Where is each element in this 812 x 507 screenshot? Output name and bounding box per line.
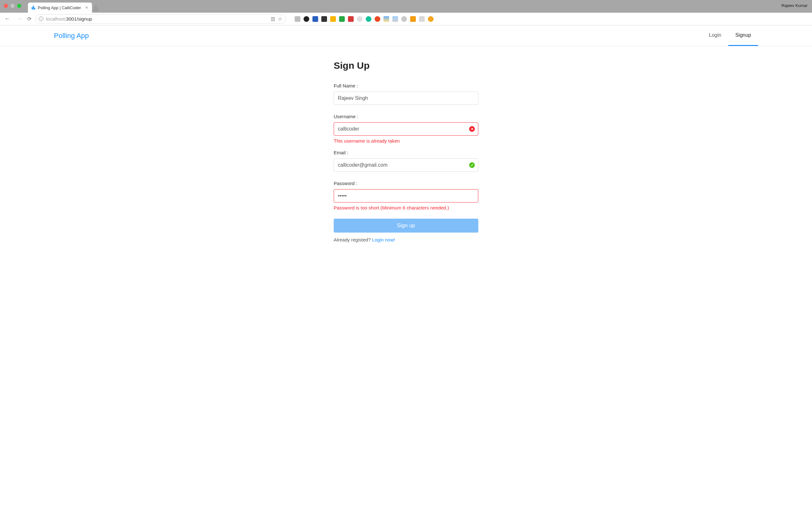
fullname-input-wrap — [334, 92, 478, 105]
extension-icon[interactable] — [428, 16, 434, 22]
nav-login[interactable]: Login — [702, 25, 728, 46]
extension-icon[interactable] — [374, 16, 380, 22]
extension-icon[interactable] — [366, 16, 371, 22]
extension-icon[interactable] — [419, 16, 425, 22]
url-path: :3001/signup — [65, 16, 92, 21]
success-icon: ✓ — [469, 162, 475, 168]
window-controls — [4, 4, 21, 8]
extension-icon[interactable] — [357, 16, 362, 22]
signup-button[interactable]: Sign up — [334, 219, 478, 233]
titlebar: Polling App | CalliCoder × Rajeev Kumar — [0, 0, 812, 13]
extensions-row — [295, 16, 434, 22]
address-bar[interactable]: i localhost:3001/signup ⚿ ☆ — [35, 14, 286, 24]
password-input-wrap — [334, 189, 478, 203]
site-info-icon[interactable]: i — [39, 16, 44, 21]
email-input[interactable] — [334, 159, 478, 171]
fullname-label: Full Name : — [334, 83, 478, 89]
browser-toolbar: ← → ⟳ i localhost:3001/signup ⚿ ☆ — [0, 13, 812, 25]
header-nav: Login Signup — [702, 25, 758, 46]
field-username: Username : ✕ This username is already ta… — [334, 114, 478, 144]
extension-icon[interactable] — [348, 16, 354, 22]
page-content: Sign Up Full Name : Username : ✕ This us… — [0, 46, 812, 242]
close-window-icon[interactable] — [4, 4, 8, 8]
browser-tab[interactable]: Polling App | CalliCoder × — [28, 3, 92, 13]
password-input[interactable] — [334, 189, 478, 202]
extension-icon[interactable] — [312, 16, 318, 22]
tab-title: Polling App | CalliCoder — [38, 5, 81, 10]
reload-button[interactable]: ⟳ — [27, 16, 32, 22]
email-input-wrap: ✓ — [334, 158, 478, 172]
bookmark-star-icon[interactable]: ☆ — [278, 16, 282, 22]
url-text: localhost:3001/signup — [46, 16, 268, 21]
nav-signup[interactable]: Signup — [728, 25, 758, 46]
browser-chrome: Polling App | CalliCoder × Rajeev Kumar … — [0, 0, 812, 25]
extension-icon[interactable] — [339, 16, 345, 22]
url-host: localhost — [46, 16, 65, 21]
extension-icon[interactable] — [384, 16, 389, 22]
field-email: Email : ✓ — [334, 150, 478, 172]
extension-icon[interactable] — [392, 16, 398, 22]
error-icon: ✕ — [469, 126, 475, 132]
username-label: Username : — [334, 114, 478, 119]
minimize-window-icon[interactable] — [10, 4, 14, 8]
email-label: Email : — [334, 150, 478, 155]
chrome-profile-name[interactable]: Rajeev Kumar — [781, 3, 808, 8]
extension-icon[interactable] — [330, 16, 336, 22]
page-title: Sign Up — [334, 60, 478, 71]
login-hint: Already registed? Login now! — [334, 237, 478, 242]
password-key-icon[interactable]: ⚿ — [271, 16, 275, 21]
password-error: Password is too short (Minimum 6 charact… — [334, 205, 478, 210]
username-error: This username is already taken — [334, 138, 478, 144]
extension-icon[interactable] — [410, 16, 416, 22]
tab-close-icon[interactable]: × — [85, 5, 88, 10]
extension-icon[interactable] — [304, 16, 309, 22]
app-header: Polling App Login Signup — [0, 25, 812, 46]
favicon-icon — [32, 6, 35, 9]
extension-icon[interactable] — [401, 16, 407, 22]
extension-icon[interactable] — [295, 16, 300, 22]
field-fullname: Full Name : — [334, 83, 478, 105]
username-input[interactable] — [334, 123, 478, 135]
extension-icon[interactable] — [321, 16, 327, 22]
username-input-wrap: ✕ — [334, 122, 478, 135]
fullname-input[interactable] — [334, 92, 478, 105]
password-label: Password : — [334, 181, 478, 186]
back-button[interactable]: ← — [3, 15, 11, 22]
field-password: Password : Password is too short (Minimu… — [334, 181, 478, 210]
brand-logo[interactable]: Polling App — [54, 32, 89, 40]
maximize-window-icon[interactable] — [17, 4, 21, 8]
forward-button: → — [15, 15, 23, 22]
login-now-link[interactable]: Login now! — [372, 237, 395, 242]
login-hint-text: Already registed? — [334, 237, 372, 242]
signup-card: Sign Up Full Name : Username : ✕ This us… — [334, 60, 478, 242]
